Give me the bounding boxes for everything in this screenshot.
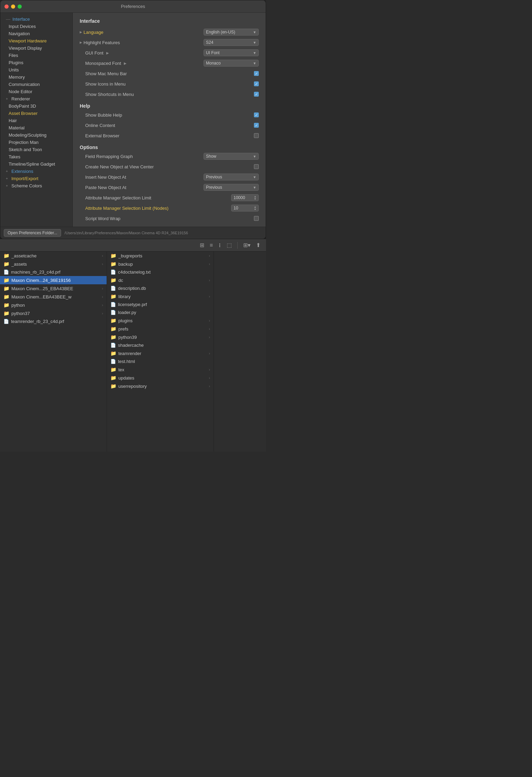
list-item[interactable]: 📁 userrepository ›	[107, 382, 214, 390]
show-icons-checkbox[interactable]	[254, 81, 259, 86]
export-button[interactable]: ⬆	[255, 241, 262, 249]
arrow-right-icon: ▶	[106, 51, 109, 55]
list-item[interactable]: 📁 plugins ›	[107, 316, 214, 325]
item-name: Maxon Cinem...25_EBA43BEE	[11, 286, 100, 291]
list-item[interactable]: 📁 updates ›	[107, 374, 214, 382]
sidebar-item-navigation[interactable]: Navigation	[0, 30, 72, 37]
window-body: — Interface Input Devices Navigation Vie…	[0, 13, 266, 227]
sidebar-label: Memory	[9, 75, 25, 80]
list-item[interactable]: 📁 python ›	[0, 301, 107, 309]
list-view-button[interactable]: ≡	[208, 242, 214, 249]
monospace-dropdown[interactable]: Monaco ▼	[204, 60, 259, 67]
column-view-button[interactable]: ⫶	[217, 242, 223, 249]
arrow-icon: ›	[102, 262, 103, 266]
list-item[interactable]: 📄 teamrender_rb_23_c4d.prf	[0, 317, 107, 325]
list-item[interactable]: 📄 loader.py	[107, 308, 214, 316]
bottom-bar: Open Preferences Folder... /Users/zin/Li…	[0, 227, 266, 239]
attr-limit-label: Attribute Manager Selection Limit	[80, 195, 151, 200]
close-button[interactable]	[4, 4, 9, 9]
sidebar-item-viewport-display[interactable]: Viewport Display	[0, 45, 72, 52]
sidebar-item-node-editor[interactable]: Node Editor	[0, 88, 72, 95]
sidebar-item-scheme-colors[interactable]: + Scheme Colors	[0, 182, 72, 189]
list-item[interactable]: 📁 dc ›	[107, 276, 214, 284]
gallery-view-button[interactable]: ⬚	[225, 241, 233, 249]
bubble-help-checkbox[interactable]	[254, 112, 259, 117]
insert-new-object-dropdown[interactable]: Previous ▼	[204, 174, 259, 180]
sidebar-item-communication[interactable]: Communication	[0, 81, 72, 88]
attr-limit-row: Attribute Manager Selection Limit 10000 …	[80, 194, 259, 202]
gui-font-dropdown[interactable]: UI Font ▼	[204, 49, 259, 56]
bubble-help-label: Show Bubble Help	[80, 112, 122, 118]
sidebar-item-viewport-hardware[interactable]: Viewport Hardware	[0, 37, 72, 45]
list-item[interactable]: 📁 prefs ›	[107, 325, 214, 333]
external-browser-checkbox[interactable]	[254, 133, 259, 138]
arrow-right-icon: ▶	[124, 61, 127, 65]
list-item[interactable]: 📁 backup ›	[107, 260, 214, 268]
sidebar-item-sketch-toon[interactable]: Sketch and Toon	[0, 146, 72, 153]
sidebar-label: Units	[9, 67, 19, 72]
maximize-button[interactable]	[18, 4, 22, 9]
list-item[interactable]: 📁 tex ›	[107, 365, 214, 374]
sidebar-item-files[interactable]: Files	[0, 52, 72, 59]
show-mac-menu-checkbox[interactable]	[254, 71, 259, 76]
decrement-icon[interactable]: ▼	[254, 208, 256, 210]
sidebar-item-projection-man[interactable]: Projection Man	[0, 139, 72, 146]
grid-view-button[interactable]: ⊞	[198, 241, 206, 249]
list-item[interactable]: 📁 _assets ›	[0, 260, 107, 268]
sidebar-item-import-export[interactable]: + Import/Export	[0, 175, 72, 182]
sidebar-item-units[interactable]: Units	[0, 66, 72, 73]
fb-toolbar: ⊞ ≡ ⫶ ⬚ ⊞▾ ⬆	[0, 239, 266, 252]
open-prefs-button[interactable]: Open Preferences Folder...	[4, 229, 61, 237]
sidebar-item-modeling[interactable]: Modeling/Sculpting	[0, 131, 72, 139]
attr-limit-nodes-input[interactable]: 10 ▲ ▼	[231, 205, 259, 212]
section-interface: Interface	[80, 18, 259, 24]
highlight-dropdown[interactable]: S24 ▼	[204, 39, 259, 46]
decrement-icon[interactable]: ▼	[254, 198, 256, 200]
show-shortcuts-checkbox[interactable]	[254, 92, 259, 97]
sidebar-item-material[interactable]: Material	[0, 124, 72, 131]
field-remapping-dropdown[interactable]: Show ▼	[204, 153, 259, 160]
list-item[interactable]: 📄 c4doctanelog.txt	[107, 268, 214, 276]
increment-icon[interactable]: ▲	[254, 195, 256, 198]
list-item[interactable]: 📁 library ›	[107, 292, 214, 301]
list-item[interactable]: 📄 description.db	[107, 284, 214, 292]
create-new-object-checkbox[interactable]	[254, 164, 259, 169]
sidebar-item-asset-browser[interactable]: Asset Browser	[0, 110, 72, 117]
sidebar-item-renderer[interactable]: + Renderer	[0, 95, 72, 102]
fb-columns: 📁 _assetcache › 📁 _assets › 📄 machines_r…	[0, 252, 266, 452]
online-content-checkbox[interactable]	[254, 123, 259, 128]
sidebar-item-input-devices[interactable]: Input Devices	[0, 23, 72, 30]
attr-limit-input[interactable]: 10000 ▲ ▼	[231, 194, 259, 201]
sidebar-item-memory[interactable]: Memory	[0, 73, 72, 81]
group-by-button[interactable]: ⊞▾	[242, 241, 252, 249]
list-item[interactable]: 📁 _assetcache ›	[0, 252, 107, 260]
list-item[interactable]: 📄 licensetype.prf	[107, 301, 214, 308]
expand-arrow-icon: ▶	[80, 30, 82, 34]
list-item[interactable]: 📄 machines_rb_23_c4d.prf	[0, 268, 107, 276]
sidebar-item-takes[interactable]: Takes	[0, 153, 72, 160]
minimize-button[interactable]	[11, 4, 15, 9]
list-item[interactable]: 📁 python39 ›	[107, 333, 214, 341]
list-item[interactable]: 📄 shadercache	[107, 341, 214, 349]
list-item[interactable]: 📁 Maxon Cinem...24_36E19156 ›	[0, 276, 107, 284]
sidebar-item-extensions[interactable]: + Extensions	[0, 168, 72, 175]
list-item[interactable]: 📁 teamrender ›	[107, 349, 214, 357]
sidebar-label: Sketch and Toon	[9, 147, 42, 152]
arrow-icon: ›	[102, 311, 103, 315]
paste-new-object-dropdown[interactable]: Previous ▼	[204, 184, 259, 191]
sidebar-item-bodypaint[interactable]: BodyPaint 3D	[0, 102, 72, 110]
arrow-icon: ›	[209, 318, 210, 323]
sidebar-item-plugins[interactable]: Plugins	[0, 59, 72, 66]
sidebar-item-timeline[interactable]: Timeline/Spline Gadget	[0, 160, 72, 168]
item-name: python39	[118, 335, 207, 340]
sidebar-item-hair[interactable]: Hair	[0, 117, 72, 124]
script-wrap-checkbox[interactable]	[254, 216, 259, 221]
list-item[interactable]: 📁 Maxon Cinem...EBA43BEE_w ›	[0, 293, 107, 301]
increment-icon[interactable]: ▲	[254, 206, 256, 208]
language-dropdown[interactable]: English (en-US) ▼	[204, 29, 259, 36]
list-item[interactable]: 📁 _bugreports ›	[107, 252, 214, 260]
list-item[interactable]: 📄 test.html	[107, 357, 214, 365]
sidebar-item-interface[interactable]: — Interface	[0, 16, 72, 23]
list-item[interactable]: 📁 python37 ›	[0, 309, 107, 317]
list-item[interactable]: 📁 Maxon Cinem...25_EBA43BEE ›	[0, 284, 107, 293]
